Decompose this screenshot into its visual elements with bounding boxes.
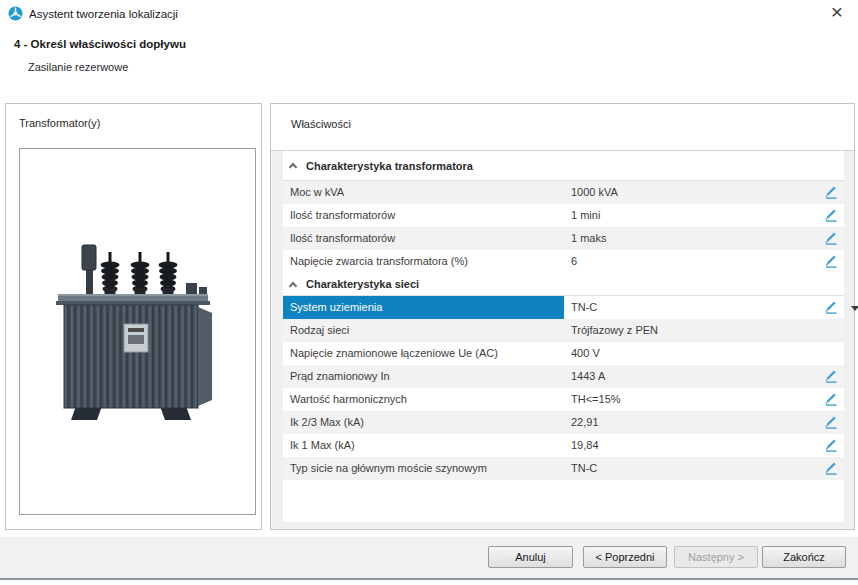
transformer-image-frame [19, 148, 256, 515]
edit-pencil-icon[interactable] [824, 254, 839, 269]
property-value: Trójfazowy z PEN [564, 319, 844, 342]
chevron-up-icon [289, 163, 297, 171]
property-row[interactable]: Napięcie zwarcia transformatora (%)6 [283, 250, 844, 273]
property-row[interactable]: System uziemieniaTN-C [283, 296, 844, 319]
bottom-divider [0, 578, 858, 580]
wizard-dialog: Asystent tworzenia lokalizacji × 4 - Okr… [0, 0, 858, 585]
properties-header: Właściwości [271, 104, 854, 151]
section-header[interactable]: Charakterystyka transformatora [283, 151, 844, 181]
property-row[interactable]: Ik 1 Max (kA)19,84 [283, 434, 844, 457]
property-label: Prąd znamionowy In [283, 365, 564, 388]
transformers-panel: Transformator(y) [5, 103, 262, 530]
property-row[interactable]: Prąd znamionowy In1443 A [283, 365, 844, 388]
properties-table: Charakterystyka transformatoraMoc w kVA1… [283, 151, 844, 522]
property-row[interactable]: Rodzaj sieciTrójfazowy z PEN [283, 319, 844, 342]
finish-button[interactable]: Zakończ [762, 546, 846, 568]
property-value: TN-C [564, 457, 844, 480]
properties-panel: Właściwości Charakterystyka transformato… [270, 103, 855, 530]
property-value: 1000 kVA [564, 181, 844, 204]
property-label: Napięcie znamionowe łączeniowe Ue (AC) [283, 342, 564, 365]
property-label: Ik 2/3 Max (kA) [283, 411, 564, 434]
property-row[interactable]: Wartość harmonicznychTH<=15% [283, 388, 844, 411]
property-label: Moc w kVA [283, 181, 564, 204]
transformer-image [48, 238, 228, 426]
edit-pencil-icon[interactable] [824, 208, 839, 223]
app-logo-icon [8, 6, 23, 21]
edit-pencil-icon[interactable] [824, 369, 839, 384]
property-value: 1443 A [564, 365, 844, 388]
properties-title: Właściwości [291, 118, 351, 130]
property-row[interactable]: Ik 2/3 Max (kA)22,91 [283, 411, 844, 434]
dropdown-caret-icon[interactable] [851, 306, 858, 311]
property-value: 19,84 [564, 434, 844, 457]
close-icon[interactable]: × [824, 0, 850, 26]
property-value: 22,91 [564, 411, 844, 434]
property-label: Wartość harmonicznych [283, 388, 564, 411]
property-label: Ilość transformatorów [283, 227, 564, 250]
next-button[interactable]: Następny > [674, 546, 758, 568]
window-title: Asystent tworzenia lokalizacji [29, 8, 178, 20]
property-row[interactable]: Moc w kVA1000 kVA [283, 181, 844, 204]
property-value: TN-C [564, 296, 844, 319]
edit-pencil-icon[interactable] [824, 461, 839, 476]
edit-pencil-icon[interactable] [824, 185, 839, 200]
property-value: 400 V [564, 342, 844, 365]
edit-pencil-icon[interactable] [824, 438, 839, 453]
property-value: TH<=15% [564, 388, 844, 411]
property-value: 1 mini [564, 204, 844, 227]
property-label: Ik 1 Max (kA) [283, 434, 564, 457]
edit-pencil-icon[interactable] [824, 300, 839, 315]
property-row[interactable]: Typ sicie na głównym moście szynowymTN-C [283, 457, 844, 480]
property-label: Napięcie zwarcia transformatora (%) [283, 250, 564, 273]
edit-pencil-icon[interactable] [824, 415, 839, 430]
property-row[interactable]: Ilość transformatorów1 mini [283, 204, 844, 227]
property-label: Ilość transformatorów [283, 204, 564, 227]
cancel-button[interactable]: Anuluj [488, 546, 573, 568]
section-title: Charakterystyka sieci [306, 278, 419, 290]
edit-pencil-icon[interactable] [824, 392, 839, 407]
property-label: Typ sicie na głównym moście szynowym [283, 457, 564, 480]
property-label: System uziemienia [283, 296, 564, 319]
section-header[interactable]: Charakterystyka sieci [283, 273, 844, 296]
section-title: Charakterystyka transformatora [306, 160, 473, 172]
transformers-panel-title: Transformator(y) [19, 117, 101, 129]
step-title: 4 - Określ właściwości dopływu [14, 38, 186, 50]
chevron-up-icon [289, 281, 297, 289]
property-row[interactable]: Ilość transformatorów1 maks [283, 227, 844, 250]
edit-pencil-icon[interactable] [824, 231, 839, 246]
previous-button[interactable]: < Poprzedni [583, 546, 667, 568]
property-value: 6 [564, 250, 844, 273]
property-row[interactable]: Napięcie znamionowe łączeniowe Ue (AC)40… [283, 342, 844, 365]
property-label: Rodzaj sieci [283, 319, 564, 342]
step-subtitle: Zasilanie rezerwowe [28, 61, 128, 73]
property-value: 1 maks [564, 227, 844, 250]
